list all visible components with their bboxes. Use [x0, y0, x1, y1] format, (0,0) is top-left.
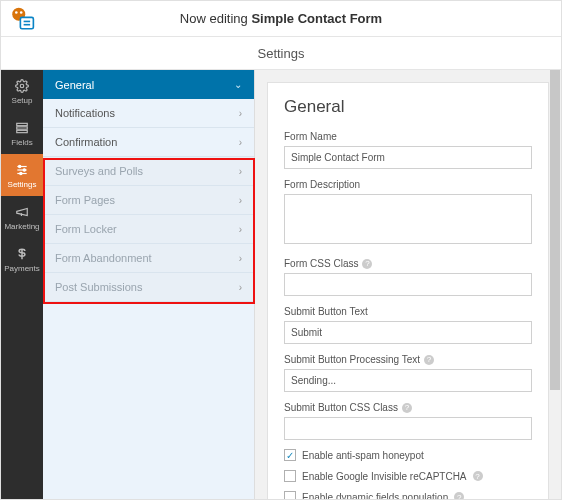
label-submit-css: Submit Button CSS Class? — [284, 402, 532, 413]
rail-payments[interactable]: Payments — [1, 238, 43, 280]
submit-css-input[interactable] — [284, 417, 532, 440]
settings-sidebar: General⌄ Notifications› Confirmation› Su… — [43, 70, 255, 499]
sidebar-item-confirmation[interactable]: Confirmation› — [43, 128, 254, 157]
help-icon[interactable]: ? — [362, 259, 372, 269]
chevron-right-icon: › — [239, 108, 242, 119]
rail-fields[interactable]: Fields — [1, 112, 43, 154]
submit-text-input[interactable] — [284, 321, 532, 344]
svg-rect-8 — [17, 126, 28, 128]
svg-rect-3 — [20, 17, 33, 28]
svg-rect-7 — [17, 123, 28, 125]
svg-point-13 — [19, 165, 21, 167]
sidebar-item-general[interactable]: General⌄ — [43, 70, 254, 99]
list-icon — [14, 120, 30, 136]
sidebar-item-post-submissions[interactable]: Post Submissions› — [43, 273, 254, 302]
panel-title: General — [284, 97, 532, 117]
label-form-description: Form Description — [284, 179, 532, 190]
editing-prefix: Now editing — [180, 11, 248, 26]
wpforms-logo — [7, 5, 37, 33]
sidebar-item-form-locker[interactable]: Form Locker› — [43, 215, 254, 244]
label-recaptcha: Enable Google Invisible reCAPTCHA — [302, 471, 467, 482]
submit-processing-input[interactable] — [284, 369, 532, 392]
label-form-name: Form Name — [284, 131, 532, 142]
help-icon[interactable]: ? — [424, 355, 434, 365]
content-area: General Form Name Form Description Form … — [255, 70, 561, 499]
main-rail: Setup Fields Settings Marketing Payments — [1, 70, 43, 499]
svg-point-15 — [20, 172, 22, 174]
chevron-right-icon: › — [239, 224, 242, 235]
chevron-right-icon: › — [239, 282, 242, 293]
chevron-down-icon: ⌄ — [234, 79, 242, 90]
sliders-icon — [14, 162, 30, 178]
megaphone-icon — [14, 204, 30, 220]
svg-point-2 — [20, 11, 23, 14]
form-css-input[interactable] — [284, 273, 532, 296]
checkbox-honeypot[interactable] — [284, 449, 296, 461]
sidebar-item-notifications[interactable]: Notifications› — [43, 99, 254, 128]
chevron-right-icon: › — [239, 253, 242, 264]
rail-settings[interactable]: Settings — [1, 154, 43, 196]
scrollbar[interactable] — [549, 70, 561, 499]
svg-point-14 — [23, 168, 25, 170]
label-submit-text: Submit Button Text — [284, 306, 532, 317]
form-name-input[interactable] — [284, 146, 532, 169]
chevron-right-icon: › — [239, 137, 242, 148]
sidebar-item-form-pages[interactable]: Form Pages› — [43, 186, 254, 215]
svg-point-1 — [15, 11, 18, 14]
sidebar-item-form-abandonment[interactable]: Form Abandonment› — [43, 244, 254, 273]
rail-setup[interactable]: Setup — [1, 70, 43, 112]
general-panel: General Form Name Form Description Form … — [267, 82, 549, 499]
gear-icon — [14, 78, 30, 94]
svg-point-6 — [20, 84, 24, 88]
checkbox-recaptcha[interactable] — [284, 470, 296, 482]
svg-rect-9 — [17, 130, 28, 132]
label-submit-processing: Submit Button Processing Text? — [284, 354, 532, 365]
dollar-icon — [14, 246, 30, 262]
form-description-input[interactable] — [284, 194, 532, 244]
help-icon[interactable]: ? — [454, 492, 464, 499]
label-dynamic: Enable dynamic fields population — [302, 492, 448, 500]
help-icon[interactable]: ? — [473, 471, 483, 481]
chevron-right-icon: › — [239, 166, 242, 177]
section-header: Settings — [1, 37, 561, 70]
label-form-css: Form CSS Class? — [284, 258, 532, 269]
scrollbar-thumb[interactable] — [550, 70, 560, 390]
sidebar-item-surveys[interactable]: Surveys and Polls› — [43, 157, 254, 186]
label-honeypot: Enable anti-spam honeypot — [302, 450, 424, 461]
form-title: Simple Contact Form — [251, 11, 382, 26]
help-icon[interactable]: ? — [402, 403, 412, 413]
checkbox-dynamic[interactable] — [284, 491, 296, 499]
rail-marketing[interactable]: Marketing — [1, 196, 43, 238]
chevron-right-icon: › — [239, 195, 242, 206]
